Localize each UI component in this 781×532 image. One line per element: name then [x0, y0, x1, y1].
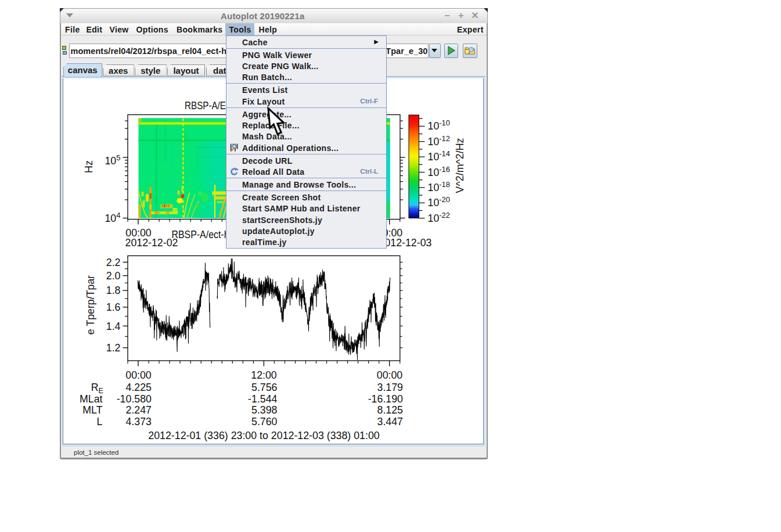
svg-text:10-20: 10-20	[427, 195, 450, 209]
svg-text:10-16: 10-16	[427, 165, 450, 178]
svg-text:5.756: 5.756	[251, 382, 278, 393]
svg-text:RBSP-A/E: RBSP-A/E	[185, 100, 226, 112]
svg-text:4.373: 4.373	[125, 416, 152, 427]
svg-text:8.125: 8.125	[377, 404, 403, 416]
svg-text:1.2: 1.2	[106, 342, 120, 354]
svg-text:105: 105	[105, 153, 120, 167]
svg-text:-16.190: -16.190	[368, 393, 402, 405]
svg-text:MLT: MLT	[82, 404, 102, 416]
svg-text:R: R	[91, 382, 98, 393]
svg-text:2.247: 2.247	[125, 404, 152, 416]
svg-text:1.8: 1.8	[106, 285, 120, 296]
svg-text:00:00: 00:00	[125, 369, 152, 381]
svg-text:2012-12-02: 2012-12-02	[125, 237, 178, 249]
svg-text:MLat: MLat	[79, 393, 102, 405]
svg-text:V^2/m^2/Hz: V^2/m^2/Hz	[454, 138, 465, 193]
svg-text:12:00: 12:00	[251, 369, 277, 381]
svg-text:-10.580: -10.580	[116, 393, 151, 405]
svg-text:2.0: 2.0	[106, 270, 120, 282]
svg-text:10-14: 10-14	[427, 149, 450, 163]
svg-text:3.447: 3.447	[377, 416, 403, 427]
svg-text:10-22: 10-22	[427, 211, 450, 224]
svg-text:10-12: 10-12	[427, 134, 450, 148]
svg-text:e Tperp/Tpar: e Tperp/Tpar	[84, 275, 96, 335]
svg-text:5.398: 5.398	[251, 404, 278, 416]
svg-text:Hz: Hz	[82, 160, 94, 173]
svg-text:10-18: 10-18	[427, 180, 450, 193]
svg-text:2012-12-01 (336) 23:00 to 2012: 2012-12-01 (336) 23:00 to 2012-12-03 (33…	[148, 430, 380, 441]
svg-text:00:00: 00:00	[376, 369, 402, 381]
svg-text:1.4: 1.4	[106, 321, 120, 332]
svg-text:RBSP-A/ect-h: RBSP-A/ect-h	[171, 229, 229, 240]
svg-text:L: L	[96, 416, 102, 427]
svg-text:4.225: 4.225	[125, 382, 152, 393]
svg-text:10-10: 10-10	[427, 118, 450, 132]
svg-text:-1.544: -1.544	[248, 393, 278, 405]
svg-text:1.6: 1.6	[106, 301, 120, 313]
svg-text:104: 104	[105, 211, 120, 224]
svg-text:3.179: 3.179	[377, 382, 403, 393]
svg-text:5.760: 5.760	[251, 416, 278, 427]
svg-text:2.2: 2.2	[106, 257, 120, 268]
